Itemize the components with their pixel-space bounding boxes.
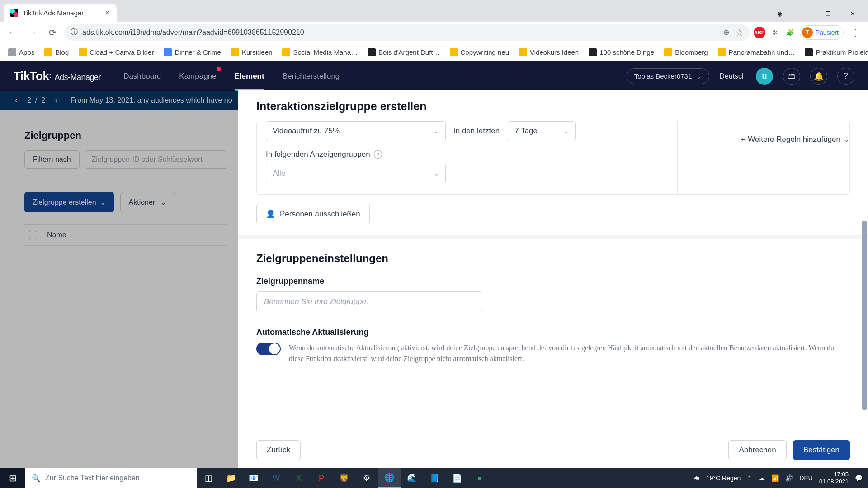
rule-block: Videoaufruf zu 75% ⌄ in den letzten 7 Ta… [256,121,850,195]
audience-name-input[interactable]: Benennen Sie Ihre Zielgruppe. [256,291,482,312]
divider [677,121,678,194]
bookmark-item[interactable]: Kursideen [227,47,276,58]
notepad-icon[interactable]: 📄 [446,468,468,488]
system-tray: 🌧 19°C Regen ⌃ ☁ 📶 🔊 DEU 17:05 01.08.202… [688,471,868,485]
help-icon[interactable]: ? [837,68,854,85]
browser-menu-button[interactable]: ⋮ [847,24,863,41]
auto-update-toggle[interactable] [256,343,281,355]
reload-button[interactable]: ⟳ [44,24,61,41]
powerpoint-icon[interactable]: P [310,468,333,488]
back-button[interactable]: Zurück [256,440,301,460]
volume-icon[interactable]: 🔊 [785,474,793,482]
scrollbar[interactable] [862,221,867,410]
nav-element[interactable]: Element [235,61,264,91]
forward-button[interactable]: → [24,24,41,41]
weather-icon[interactable]: 🌧 [693,474,700,482]
bookmark-item[interactable]: Dinner & Crime [160,47,225,58]
briefcase-icon[interactable]: 🗃 [783,68,800,85]
profile-badge[interactable]: T Pausiert [800,25,844,40]
tab-strip: TikTok Ads Manager ✕ + ◉ — ❐ ✕ [0,0,868,22]
logo[interactable]: TikTok: Ads-Manager [14,69,101,83]
modal-footer: Zurück Abbrechen Bestätigen [238,432,868,468]
bookmark-item[interactable]: 100 schöne Dinge [585,47,658,58]
folder-icon [718,48,726,56]
exclude-people-button[interactable]: 👤 Personen ausschließen [256,204,370,224]
settings-section: Zielgruppeneinstellungen Zielgruppenname… [238,235,868,382]
apps-icon [8,48,16,56]
bookmark-apps[interactable]: Apps [5,47,38,58]
time-select[interactable]: 7 Tage ⌄ [508,121,576,141]
onedrive-icon[interactable]: ☁ [759,474,765,482]
new-tab-button[interactable]: + [119,6,135,22]
zoom-icon[interactable]: ⊕ [723,28,729,37]
site-info-icon[interactable]: ⓘ [71,28,78,37]
app-icon[interactable]: 🦁 [333,468,355,488]
profile-avatar-icon: T [802,27,813,38]
bookmark-item[interactable]: Blog [41,47,72,58]
app-icon[interactable]: 📘 [423,468,446,488]
bookmark-item[interactable]: Praktikum Projektm… [801,47,868,58]
event-select[interactable]: Videoaufruf zu 75% ⌄ [266,121,446,141]
nav-berichterstellung[interactable]: Berichterstellung [283,61,340,91]
bookmark-star-icon[interactable]: ☆ [736,27,744,38]
nav-kampagne[interactable]: Kampagne [179,61,216,91]
bookmark-item[interactable]: Social Media Mana… [278,47,361,58]
help-tooltip-icon[interactable]: ? [374,150,382,159]
bookmark-item[interactable]: Panoramabahn und… [714,47,799,58]
address-bar[interactable]: ⓘ ads.tiktok.com/i18n/dmp/adver/main?aad… [64,24,750,41]
weather-text[interactable]: 19°C Regen [706,474,741,482]
nav-dashboard[interactable]: Dashboard [123,61,161,91]
maximize-button[interactable]: ❐ [816,5,840,22]
folder-icon [519,48,527,56]
language-selector[interactable]: Deutsch [719,72,746,80]
tray-chevron-icon[interactable]: ⌃ [747,474,752,482]
adblock-extension-icon[interactable]: ABP [754,27,765,38]
notifications-icon[interactable]: 💬 [855,474,863,482]
bookmark-item[interactable]: Cload + Canva Bilder [75,47,157,58]
modal-backdrop[interactable] [0,90,238,468]
account-indicator-icon[interactable]: ◉ [768,5,791,22]
spotify-icon[interactable]: ● [468,468,491,488]
folder-icon [664,48,672,56]
bookmark-item[interactable]: Copywriting neu [446,47,513,58]
tab-close-icon[interactable]: ✕ [104,9,110,17]
bookmark-item[interactable]: Bloomberg [660,47,712,58]
auto-update-description: Wenn du automatische Aktualisierung akti… [289,343,850,364]
excel-icon[interactable]: X [288,468,310,488]
site-icon [368,48,376,56]
explorer-icon[interactable]: 📁 [220,468,242,488]
start-button[interactable]: ⊞ [0,468,25,488]
windows-taskbar: ⊞ 🔍 Zur Suche Text hier eingeben ◫ 📁 📧 W… [0,468,868,488]
close-window-button[interactable]: ✕ [841,5,864,22]
bookmark-item[interactable]: Bois d'Argent Duft… [364,47,443,58]
user-dropdown[interactable]: Tobias Becker0731 ⌄ [627,68,710,84]
browser-chrome: TikTok Ads Manager ✕ + ◉ — ❐ ✕ ← → ⟳ ⓘ a… [0,0,868,61]
avatar-icon[interactable]: u [756,68,773,85]
browser-toolbar: ← → ⟳ ⓘ ads.tiktok.com/i18n/dmp/adver/ma… [0,22,868,43]
extensions-menu-icon[interactable]: 🧩 [784,27,796,38]
clock[interactable]: 17:05 01.08.2021 [819,471,849,485]
browser-tab[interactable]: TikTok Ads Manager ✕ [4,4,117,22]
bell-icon[interactable]: 🔔 [810,68,827,85]
language-indicator[interactable]: DEU [799,474,813,482]
back-button[interactable]: ← [5,24,21,41]
cancel-button[interactable]: Abbrechen [728,440,786,460]
site-icon [805,48,813,56]
obs-icon[interactable]: ⚙ [355,468,378,488]
taskbar-apps: ◫ 📁 📧 W X P 🦁 ⚙ 🌐 🌊 📘 📄 ● [197,468,491,488]
adgroup-select[interactable]: Alle ⌄ [266,164,446,183]
chrome-icon[interactable]: 🌐 [378,468,401,488]
bookmark-item[interactable]: Videokurs Ideen [515,47,582,58]
wifi-icon[interactable]: 📶 [771,474,779,482]
minimize-button[interactable]: — [792,5,816,22]
taskbar-search[interactable]: 🔍 Zur Suche Text hier eingeben [25,468,197,488]
extension-icon[interactable]: ✲ [769,27,781,38]
mail-icon[interactable]: 📧 [242,468,265,488]
add-rules-button[interactable]: + Weitere Regeln hinzufügen ⌄ [741,135,849,144]
confirm-button[interactable]: Bestätigen [793,440,850,460]
edge-icon[interactable]: 🌊 [401,468,423,488]
folder-icon [231,48,239,56]
modal-title: Interaktionszielgruppe erstellen [238,90,868,121]
word-icon[interactable]: W [265,468,288,488]
task-view-icon[interactable]: ◫ [197,468,220,488]
